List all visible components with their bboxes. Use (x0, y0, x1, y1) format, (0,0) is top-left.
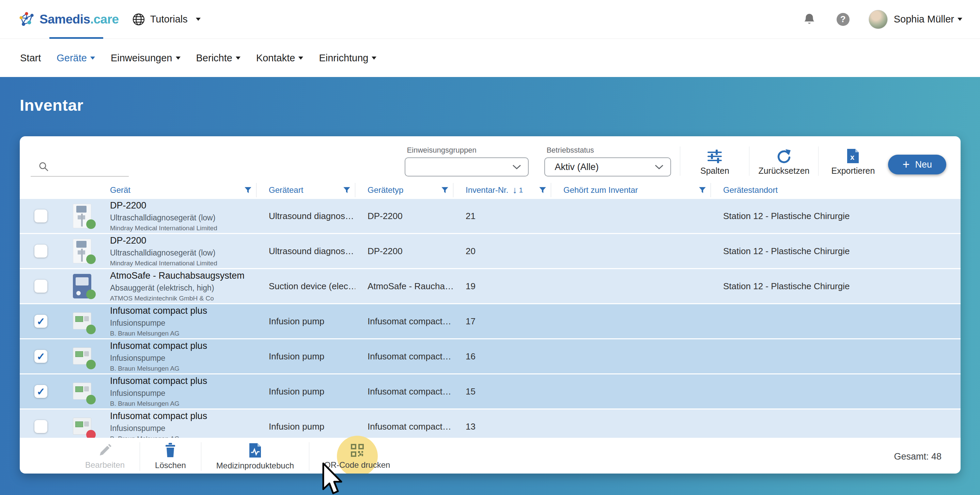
status-dot (86, 395, 96, 404)
plus-icon: + (902, 158, 910, 171)
status-dot (86, 360, 96, 369)
column-header-geraet[interactable]: Gerät (107, 181, 256, 199)
caret-down-icon (176, 57, 181, 60)
row-checkbox[interactable]: ✓ (34, 210, 47, 223)
print-qr-button[interactable]: QR-Code drucken (309, 443, 405, 470)
avatar[interactable] (869, 10, 888, 29)
table-row[interactable]: ✓ Infusomat compact plusInfusionspumpeB.… (20, 304, 961, 339)
cell-geraeteart: Suction device (elec… (256, 281, 355, 291)
cell-geraetetyp: DP-2200 (355, 246, 453, 256)
table-row[interactable]: ✓ AtmoSafe - RauchabsaugsystemAbsauggerä… (20, 269, 961, 304)
caret-down-icon (958, 18, 962, 21)
new-label: Neu (915, 159, 932, 170)
total-count: Gesamt: 48 (894, 451, 942, 462)
brand-logo[interactable]: Samedis.care (18, 11, 119, 28)
delete-button[interactable]: Löschen (140, 443, 201, 470)
device-name: Infusomat compact plus (110, 341, 256, 351)
column-header-inventar-nr[interactable]: Inventar-Nr. ↓ 1 (453, 181, 551, 199)
device-name: Infusomat compact plus (110, 376, 256, 386)
delete-icon (164, 443, 177, 458)
row-checkbox[interactable]: ✓ (34, 315, 47, 328)
export-label: Exportieren (832, 166, 875, 176)
device-category: Infusionspumpe (110, 389, 256, 398)
top-bar: Samedis.care Tutorials ? Sophia Müller (0, 0, 980, 39)
help-button[interactable]: ? (837, 13, 850, 26)
status-dot (86, 220, 96, 229)
row-checkbox[interactable]: ✓ (34, 280, 47, 293)
device-category: Ultraschalldiagnosegerät (low) (110, 213, 256, 223)
divider (749, 146, 749, 176)
device-thumbnail (73, 204, 91, 228)
checkmark-icon: ✓ (37, 350, 45, 363)
export-button[interactable]: x Exportieren (827, 148, 878, 177)
columns-icon (707, 149, 722, 164)
user-menu[interactable]: Sophia Müller (894, 14, 962, 25)
active-module-underline (49, 37, 103, 39)
user-name: Sophia Müller (894, 14, 954, 25)
caret-down-icon (90, 57, 95, 60)
device-thumbnail (73, 344, 91, 369)
row-checkbox[interactable]: ✓ (34, 420, 47, 433)
notifications-button[interactable] (803, 13, 816, 26)
caret-down-icon (298, 57, 303, 60)
table-row[interactable]: ✓ DP-2200Ultraschalldiagnosegerät (low)M… (20, 199, 961, 234)
device-category: Ultraschalldiagnosegerät (low) (110, 248, 256, 258)
device-log-button[interactable]: Medizinproduktebuch (201, 442, 309, 471)
cell-geraeteart: Ultrasound diagnos… (256, 211, 355, 221)
device-thumbnail (73, 414, 91, 438)
print-qr-label: QR-Code drucken (324, 460, 390, 470)
row-checkbox[interactable]: ✓ (34, 385, 47, 398)
search-box[interactable] (31, 157, 129, 177)
filter-icon[interactable] (243, 186, 252, 194)
nav-item-geraete[interactable]: Geräte (57, 53, 95, 64)
edit-button[interactable]: Bearbeiten (70, 443, 140, 470)
search-input[interactable] (49, 161, 129, 172)
filter-icon[interactable] (538, 186, 547, 194)
sort-order: 1 (519, 186, 523, 194)
new-button[interactable]: + Neu (888, 155, 946, 174)
cell-geraeteart: Infusion pump (256, 422, 355, 432)
cell-inventar-nr: 15 (453, 386, 551, 397)
column-header-gehoert-zum-inventar[interactable]: Gehört zum Inventar (551, 181, 711, 199)
device-category: Absauggerät (elektrisch, high) (110, 283, 256, 293)
inventory-card: Einweisungsgruppen Betriebsstatus Aktiv … (20, 136, 961, 474)
filter-icon[interactable] (698, 186, 707, 194)
table-row[interactable]: ✓ DP-2200Ultraschalldiagnosegerät (low)M… (20, 234, 961, 269)
nav-item-einrichtung[interactable]: Einrichtung (319, 53, 376, 64)
device-thumbnail (73, 379, 91, 404)
einweisungsgruppen-select[interactable] (405, 158, 529, 177)
cell-geraetetyp: Infusomat compact… (355, 351, 453, 362)
nav-item-einweisungen[interactable]: Einweisungen (111, 53, 181, 64)
betriebsstatus-select[interactable]: Aktiv (Alle) (544, 158, 671, 177)
columns-button[interactable]: Spalten (689, 149, 740, 177)
table-controls: Einweisungsgruppen Betriebsstatus Aktiv … (20, 136, 961, 177)
sort-indicator[interactable]: ↓ 1 (512, 185, 523, 195)
row-checkbox[interactable]: ✓ (34, 245, 47, 258)
caret-down-icon (196, 18, 200, 21)
column-header-geraetetyp[interactable]: Gerätetyp (355, 181, 453, 199)
cell-geraetetyp: Infusomat compact… (355, 386, 453, 397)
reset-button[interactable]: Zurücksetzen (758, 149, 809, 177)
device-category: Infusionspumpe (110, 353, 256, 363)
betriebsstatus-value: Aktiv (Alle) (555, 162, 598, 172)
tutorials-menu[interactable]: Tutorials (132, 13, 200, 26)
delete-label: Löschen (155, 461, 186, 470)
column-header-geraeteart[interactable]: Geräteart (256, 181, 355, 199)
caret-down-icon (236, 57, 240, 60)
filter-icon[interactable] (441, 186, 449, 194)
bell-icon (803, 13, 816, 26)
column-header-geraetestandort[interactable]: Gerätestandort (711, 181, 961, 199)
table-row[interactable]: ✓ Infusomat compact plusInfusionspumpeB.… (20, 339, 961, 374)
divider (680, 146, 680, 176)
nav-item-kontakte[interactable]: Kontakte (256, 53, 303, 64)
device-manufacturer: B. Braun Melsungen AG (110, 365, 256, 372)
table-row[interactable]: ✓ Infusomat compact plusInfusionspumpeB.… (20, 374, 961, 409)
filter-icon[interactable] (342, 186, 351, 194)
device-name: Infusomat compact plus (110, 306, 256, 316)
row-checkbox[interactable]: ✓ (34, 350, 47, 363)
qr-code-icon (350, 443, 364, 458)
table-row[interactable]: ✓ Infusomat compact plusInfusionspumpeB.… (20, 409, 961, 438)
nav-item-berichte[interactable]: Berichte (196, 53, 240, 64)
nav-item-start[interactable]: Start (20, 53, 41, 64)
chevron-down-icon (655, 164, 663, 170)
